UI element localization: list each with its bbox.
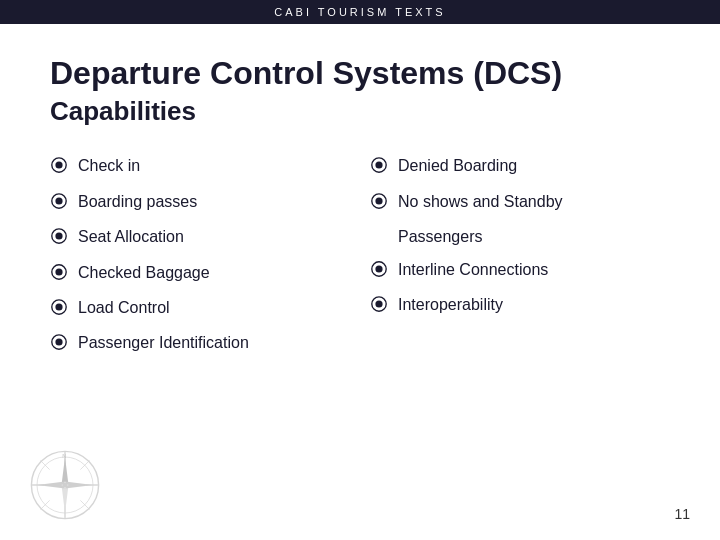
list-item: Interoperability [370,294,670,319]
bullet-icon [370,260,388,284]
compass-watermark: N [30,450,100,520]
right-column: Denied Boarding No shows and StandbyPass… [370,155,670,367]
header-title: CABI TOURISM TEXTS [274,6,445,18]
svg-marker-34 [65,482,93,489]
page-subtitle: Capabilities [50,96,670,127]
list-item: No shows and Standby [370,191,670,216]
list-item-text: Load Control [78,297,170,319]
list-item-text: Interline Connections [398,259,548,281]
list-item-text: No shows and Standby [398,191,563,213]
svg-point-19 [375,300,382,307]
svg-point-11 [55,339,62,346]
list-item-text: Boarding passes [78,191,197,213]
svg-marker-30 [62,457,69,485]
svg-point-15 [375,197,382,204]
svg-line-26 [41,461,50,470]
list-item: Load Control [50,297,350,322]
list-item: Passengers [370,226,670,248]
svg-point-1 [55,162,62,169]
list-item: Interline Connections [370,259,670,284]
svg-text:N: N [62,453,66,459]
svg-point-3 [55,197,62,204]
bullet-icon [50,227,68,251]
columns-container: Check in Boarding passes Seat Allocation… [50,155,670,367]
svg-point-5 [55,233,62,240]
page-number: 11 [674,506,690,522]
left-column: Check in Boarding passes Seat Allocation… [50,155,350,367]
list-item: Denied Boarding [370,155,670,180]
bullet-icon [50,156,68,180]
bullet-icon [370,295,388,319]
svg-marker-31 [62,485,69,513]
svg-line-29 [41,500,50,509]
list-item: Seat Allocation [50,226,350,251]
list-item-text: Passenger Identification [78,332,249,354]
list-item-text: Denied Boarding [398,155,517,177]
svg-point-13 [375,162,382,169]
svg-point-17 [375,265,382,272]
bullet-icon [50,263,68,287]
bullet-icon [50,298,68,322]
page-title: Departure Control Systems (DCS) [50,54,670,92]
main-content: Departure Control Systems (DCS) Capabili… [0,24,720,388]
header-bar: CABI TOURISM TEXTS [0,0,720,24]
bullet-icon [50,192,68,216]
list-item: Boarding passes [50,191,350,216]
list-item-text: Check in [78,155,140,177]
bullet-icon [50,333,68,357]
svg-point-9 [55,303,62,310]
svg-marker-33 [37,482,65,489]
list-item: Check in [50,155,350,180]
svg-line-27 [80,500,89,509]
list-item-text: Passengers [370,226,483,248]
list-item-text: Seat Allocation [78,226,184,248]
bullet-icon [370,156,388,180]
bullet-icon [370,192,388,216]
svg-line-28 [80,461,89,470]
svg-point-7 [55,268,62,275]
list-item: Checked Baggage [50,262,350,287]
list-item-text: Checked Baggage [78,262,210,284]
list-item-text: Interoperability [398,294,503,316]
list-item: Passenger Identification [50,332,350,357]
